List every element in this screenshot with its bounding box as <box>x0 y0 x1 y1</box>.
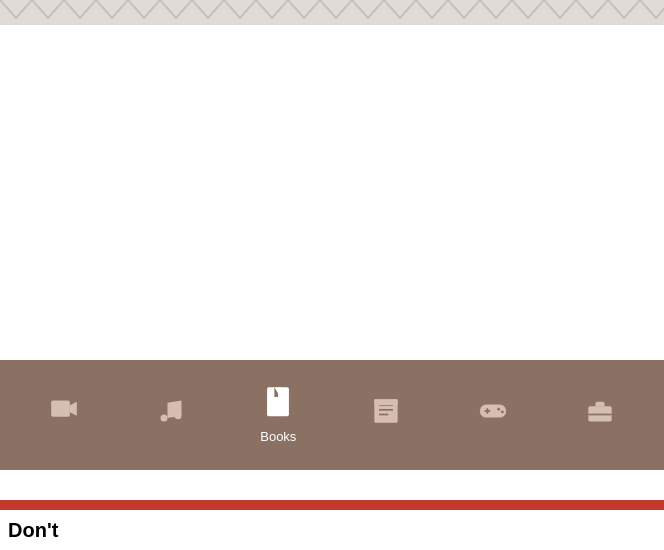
svg-point-3 <box>160 414 167 421</box>
dont-bar: Don't <box>0 510 664 550</box>
tab-books[interactable]: Books <box>238 378 318 452</box>
content-area <box>0 25 664 360</box>
work-icon <box>585 397 615 430</box>
tab-games[interactable] <box>453 389 533 442</box>
dont-text: Don't <box>8 519 58 542</box>
tab-video[interactable] <box>24 389 104 442</box>
tab-work[interactable] <box>560 389 640 442</box>
svg-rect-12 <box>374 399 397 405</box>
tab-music[interactable] <box>131 389 211 442</box>
svg-marker-2 <box>69 401 76 415</box>
tab-news[interactable] <box>346 389 426 442</box>
main-content <box>0 0 664 360</box>
red-bar <box>0 500 664 510</box>
svg-rect-1 <box>51 400 70 416</box>
news-icon <box>371 397 401 430</box>
bottom-section: Don't <box>0 500 664 550</box>
games-icon <box>478 397 508 430</box>
books-icon <box>262 386 294 425</box>
tab-bar: Books <box>0 360 664 470</box>
svg-point-4 <box>174 412 181 419</box>
svg-point-17 <box>501 410 504 413</box>
books-label: Books <box>260 429 296 444</box>
svg-point-16 <box>497 407 500 410</box>
video-icon <box>49 397 79 430</box>
music-icon <box>156 397 186 430</box>
